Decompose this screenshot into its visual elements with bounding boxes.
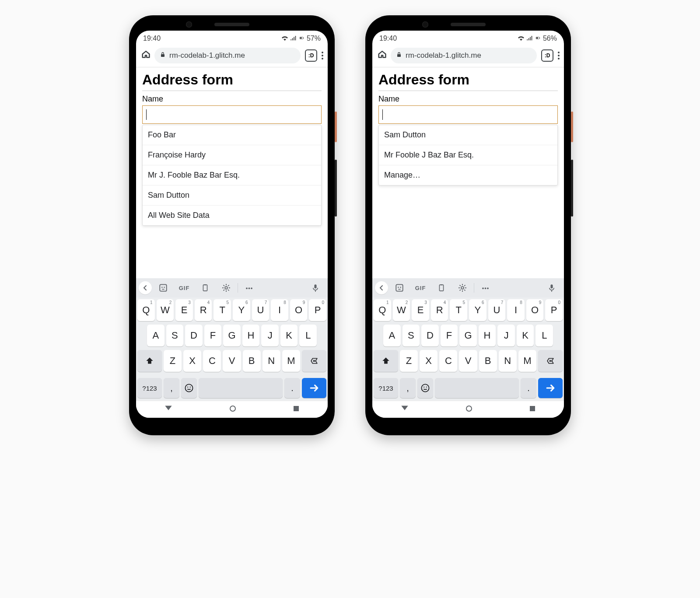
nav-back-icon[interactable]: [401, 405, 409, 414]
key-J[interactable]: J: [261, 325, 279, 346]
key-V[interactable]: V: [459, 350, 477, 372]
clipboard-icon[interactable]: [432, 281, 451, 294]
key-H[interactable]: H: [479, 325, 496, 346]
symbols-key[interactable]: ?123: [137, 378, 162, 398]
key-X[interactable]: X: [420, 350, 438, 372]
more-icon[interactable]: •••: [240, 281, 259, 294]
key-R[interactable]: R4: [431, 299, 448, 321]
url-bar[interactable]: rm-codelab-1.glitch.me: [154, 48, 301, 63]
key-C[interactable]: C: [439, 350, 457, 372]
key-S[interactable]: S: [166, 325, 184, 346]
autofill-item[interactable]: Mr Fooble J Baz Bar Esq.: [379, 145, 557, 165]
key-F[interactable]: F: [204, 325, 222, 346]
key-B[interactable]: B: [243, 350, 261, 372]
mic-icon[interactable]: [542, 281, 561, 294]
key-A[interactable]: A: [147, 325, 164, 346]
period-key[interactable]: .: [521, 378, 536, 398]
space-key[interactable]: [199, 378, 283, 398]
clipboard-icon[interactable]: [196, 281, 215, 294]
key-K[interactable]: K: [280, 325, 298, 346]
symbols-key[interactable]: ?123: [374, 378, 398, 398]
key-Y[interactable]: Y6: [233, 299, 250, 321]
more-icon[interactable]: •••: [476, 281, 495, 294]
keyboard-collapse-icon[interactable]: [375, 281, 388, 294]
key-V[interactable]: V: [223, 350, 241, 372]
key-T[interactable]: T5: [214, 299, 231, 321]
home-icon[interactable]: [377, 50, 386, 61]
enter-key[interactable]: [302, 378, 326, 398]
key-Z[interactable]: Z: [164, 350, 182, 372]
key-P[interactable]: P0: [309, 299, 326, 321]
gif-button[interactable]: GIF: [175, 281, 194, 294]
key-E[interactable]: E3: [412, 299, 429, 321]
comma-key[interactable]: ,: [400, 378, 416, 398]
tabs-button[interactable]: :D: [305, 49, 317, 62]
key-L[interactable]: L: [299, 325, 317, 346]
autofill-item[interactable]: All Web Site Data: [143, 206, 321, 225]
key-S[interactable]: S: [402, 325, 420, 346]
mic-icon[interactable]: [306, 281, 325, 294]
menu-icon[interactable]: [322, 52, 323, 59]
tabs-button[interactable]: :D: [541, 49, 553, 62]
key-G[interactable]: G: [223, 325, 241, 346]
key-D[interactable]: D: [185, 325, 203, 346]
key-X[interactable]: X: [183, 350, 201, 372]
period-key[interactable]: .: [284, 378, 300, 398]
key-M[interactable]: M: [518, 350, 536, 372]
space-key[interactable]: [435, 378, 519, 398]
key-U[interactable]: U7: [488, 299, 506, 321]
backspace-key[interactable]: [538, 350, 563, 372]
autofill-item[interactable]: Foo Bar: [143, 125, 321, 145]
key-H[interactable]: H: [242, 325, 260, 346]
key-A[interactable]: A: [383, 325, 401, 346]
autofill-item[interactable]: Mr J. Fooble Baz Bar Esq.: [143, 165, 321, 185]
key-E[interactable]: E3: [175, 299, 193, 321]
name-input[interactable]: [142, 105, 322, 124]
key-C[interactable]: C: [203, 350, 221, 372]
nav-recent-icon[interactable]: [529, 406, 536, 413]
nav-back-icon[interactable]: [164, 405, 172, 414]
gif-button[interactable]: GIF: [411, 281, 430, 294]
nav-recent-icon[interactable]: [293, 406, 299, 413]
shift-key[interactable]: [374, 350, 398, 372]
key-O[interactable]: O9: [290, 299, 308, 321]
key-Y[interactable]: Y6: [469, 299, 486, 321]
backspace-key[interactable]: [302, 350, 326, 372]
comma-key[interactable]: ,: [164, 378, 179, 398]
key-L[interactable]: L: [536, 325, 553, 346]
key-G[interactable]: G: [459, 325, 477, 346]
key-Z[interactable]: Z: [400, 350, 418, 372]
nav-home-icon[interactable]: [229, 405, 236, 414]
shift-key[interactable]: [137, 350, 162, 372]
key-Q[interactable]: Q1: [374, 299, 391, 321]
name-input[interactable]: [378, 105, 558, 124]
key-I[interactable]: I8: [507, 299, 525, 321]
key-F[interactable]: F: [441, 325, 458, 346]
key-J[interactable]: J: [497, 325, 515, 346]
gear-icon[interactable]: [453, 281, 472, 294]
emoji-key[interactable]: [181, 378, 197, 398]
key-T[interactable]: T5: [450, 299, 467, 321]
key-R[interactable]: R4: [195, 299, 212, 321]
key-N[interactable]: N: [499, 350, 517, 372]
autofill-item[interactable]: Sam Dutton: [379, 125, 557, 145]
autofill-item[interactable]: Françoise Hardy: [143, 145, 321, 165]
sticker-icon[interactable]: [154, 281, 173, 294]
key-M[interactable]: M: [282, 350, 300, 372]
key-U[interactable]: U7: [252, 299, 270, 321]
nav-home-icon[interactable]: [466, 405, 472, 414]
key-O[interactable]: O9: [526, 299, 544, 321]
key-D[interactable]: D: [421, 325, 439, 346]
url-bar[interactable]: rm-codelab-1.glitch.me: [391, 48, 537, 63]
emoji-key[interactable]: [417, 378, 433, 398]
key-W[interactable]: W2: [393, 299, 410, 321]
key-W[interactable]: W2: [157, 299, 174, 321]
autofill-item[interactable]: Manage…: [379, 165, 557, 185]
key-P[interactable]: P0: [545, 299, 563, 321]
key-N[interactable]: N: [262, 350, 280, 372]
menu-icon[interactable]: [558, 52, 560, 59]
sticker-icon[interactable]: [390, 281, 409, 294]
key-B[interactable]: B: [479, 350, 497, 372]
enter-key[interactable]: [538, 378, 563, 398]
home-icon[interactable]: [140, 50, 150, 61]
